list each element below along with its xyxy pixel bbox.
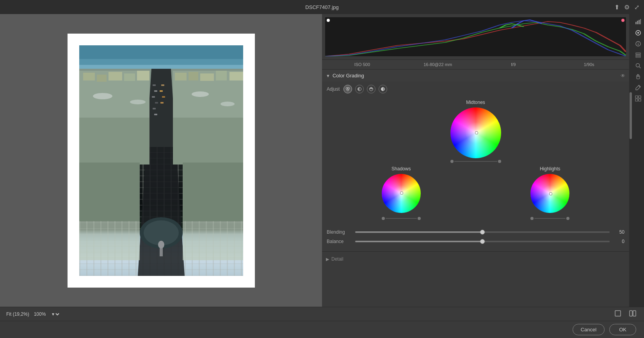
balance-row: Balance 0 — [327, 239, 624, 244]
action-bar: Cancel OK — [0, 321, 644, 338]
svg-rect-70 — [630, 311, 632, 316]
blending-slider-thumb[interactable] — [480, 230, 485, 234]
svg-point-55 — [637, 32, 639, 34]
section-title: Color Grading — [333, 73, 618, 79]
shadows-color-wheel[interactable] — [382, 174, 421, 213]
collapse-icon[interactable]: ▼ — [326, 73, 330, 78]
tab-adjustments[interactable] — [633, 28, 643, 38]
all-channels-btn[interactable] — [343, 85, 352, 93]
expand-icon[interactable]: ⤢ — [634, 4, 639, 11]
svg-rect-67 — [635, 99, 638, 101]
svg-rect-59 — [636, 53, 640, 54]
adjust-label: Adjust — [327, 86, 340, 92]
histogram-white-point — [327, 19, 330, 22]
visibility-icon[interactable]: 👁 — [621, 73, 625, 79]
tab-edit[interactable] — [633, 83, 643, 92]
canvas-area[interactable] — [0, 14, 322, 307]
midtones-label: Midtones — [327, 100, 624, 105]
tab-grid[interactable] — [633, 94, 643, 103]
svg-rect-69 — [615, 311, 621, 316]
histogram-pink-point — [621, 19, 624, 22]
highlights-btn[interactable] — [379, 85, 387, 93]
cancel-button[interactable]: Cancel — [573, 324, 605, 335]
photo-container — [68, 34, 255, 288]
tab-layers[interactable] — [633, 50, 643, 59]
zoom-select[interactable]: ▾ — [50, 311, 60, 317]
highlights-wheel-container: Highlights — [530, 166, 569, 213]
sliders-section: Blending 50 Balance 0 — [322, 228, 629, 251]
svg-rect-66 — [639, 96, 641, 98]
svg-rect-65 — [635, 96, 638, 98]
shadows-label: Shadows — [391, 166, 411, 172]
svg-rect-61 — [636, 56, 640, 57]
midtones-wheel-container — [450, 107, 501, 163]
split-view-icon[interactable] — [628, 309, 638, 319]
aperture-value: f/9 — [477, 62, 550, 67]
scrollbar-thumb[interactable] — [630, 92, 632, 139]
svg-rect-60 — [636, 55, 640, 56]
panel-main: ISO 500 16-80@22 mm f/9 1/90s ▼ Color Gr… — [322, 14, 629, 307]
single-view-icon[interactable] — [613, 309, 623, 319]
midtones-btn[interactable] — [367, 85, 375, 93]
window-title: DSCF7407.jpg — [305, 4, 338, 10]
shadows-wheel-container: Shadows — [382, 166, 421, 213]
tab-info[interactable] — [633, 39, 643, 48]
svg-rect-52 — [639, 20, 640, 24]
lens-value: 16-80@22 mm — [402, 62, 474, 67]
svg-rect-51 — [637, 21, 638, 24]
svg-point-58 — [638, 42, 639, 43]
upload-icon[interactable]: ⬆ — [614, 4, 619, 11]
balance-slider-thumb[interactable] — [480, 239, 485, 244]
svg-rect-71 — [633, 311, 636, 316]
highlights-color-wheel[interactable] — [530, 174, 569, 213]
svg-rect-43 — [79, 45, 243, 276]
histogram-canvas — [325, 17, 626, 56]
adjust-icons — [343, 85, 387, 93]
titlebar-icons: ⬆ ⚙ ⤢ — [614, 4, 639, 11]
svg-line-63 — [639, 67, 641, 68]
blending-slider-track[interactable] — [355, 231, 610, 233]
bottom-bar: Fit (19,2%) 100% ▾ — [0, 307, 644, 321]
iso-value: ISO 500 — [326, 62, 398, 67]
color-grading-section-header: ▼ Color Grading 👁 — [322, 69, 629, 82]
details-section-hint: ▶ Detail — [322, 251, 629, 266]
ok-button[interactable]: OK — [609, 324, 636, 335]
camera-info: ISO 500 16-80@22 mm f/9 1/90s — [322, 59, 629, 69]
panel-scrollbar[interactable] — [629, 14, 632, 307]
balance-label: Balance — [327, 239, 352, 244]
svg-rect-68 — [639, 99, 641, 101]
tab-histogram[interactable] — [633, 17, 643, 27]
midtones-color-wheel[interactable] — [450, 107, 501, 158]
color-wheels-section: Midtones — [322, 97, 629, 228]
svg-point-46 — [347, 89, 349, 91]
balance-value: 0 — [613, 239, 624, 244]
right-panel-area: ISO 500 16-80@22 mm f/9 1/90s ▼ Color Gr… — [322, 14, 644, 307]
svg-rect-53 — [640, 19, 641, 24]
blending-label: Blending — [327, 229, 352, 235]
titlebar: DSCF7407.jpg ⬆ ⚙ ⤢ — [0, 0, 644, 14]
shutter-value: 1/90s — [553, 62, 625, 67]
shadows-highlights-row: Shadows Highlights — [327, 166, 624, 213]
adjust-row: Adjust — [322, 82, 629, 97]
balance-slider-track[interactable] — [355, 241, 610, 242]
highlights-label: Highlights — [540, 166, 560, 172]
blending-row: Blending 50 — [327, 229, 624, 235]
fit-label: Fit (19,2%) — [6, 311, 29, 317]
panel-tabs — [632, 14, 644, 307]
photo-image — [79, 45, 243, 276]
settings-icon[interactable]: ⚙ — [624, 4, 630, 11]
shadows-btn[interactable] — [355, 85, 364, 93]
blending-value: 50 — [613, 229, 624, 235]
zoom-label: 100% — [34, 311, 46, 317]
main-area: ISO 500 16-80@22 mm f/9 1/90s ▼ Color Gr… — [0, 14, 644, 307]
tab-hand[interactable] — [633, 72, 643, 81]
tab-search[interactable] — [633, 61, 643, 70]
histogram-section — [322, 14, 629, 59]
svg-rect-50 — [635, 22, 637, 24]
